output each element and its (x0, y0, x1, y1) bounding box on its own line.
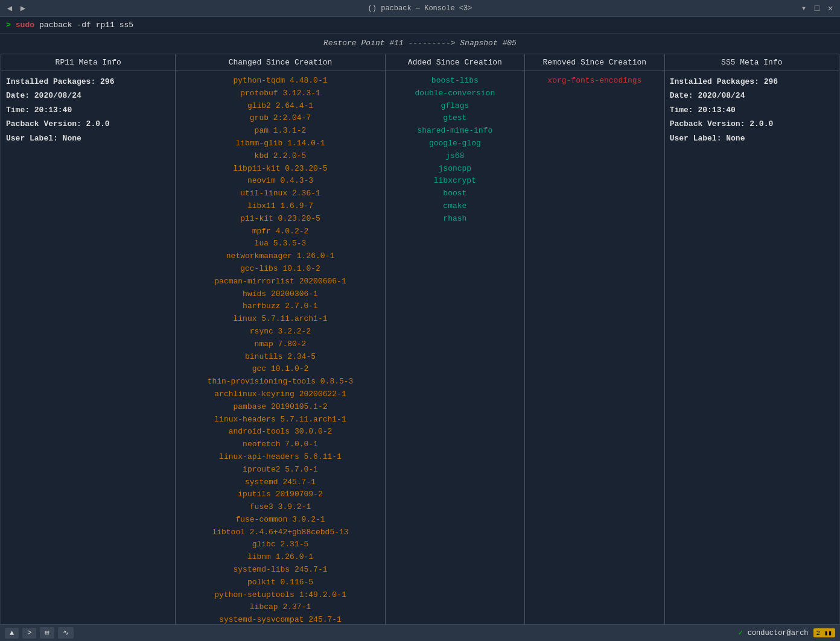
list-item: libxcrypt (390, 175, 520, 188)
list-item: iproute2 5.7.0-1 (180, 464, 380, 476)
list-item: fuse-common 3.9.2-1 (180, 514, 380, 526)
list-item: pambase 20190105.1-2 (180, 401, 380, 414)
taskbar-grid-icon[interactable]: ⊞ (40, 627, 54, 639)
removed-cell: xorg-fonts-encodings (525, 71, 665, 642)
list-item: gcc 10.1.0-2 (180, 363, 380, 376)
list-item: xorg-fonts-encodings (530, 75, 660, 87)
col-header-changed: Changed Since Creation (176, 54, 385, 71)
ss5-time: Time: 20:13:40 (670, 106, 736, 115)
list-item: libcap 2.37-1 (180, 601, 380, 614)
list-item: boost-libs (390, 75, 520, 87)
list-item: libnm 1.26.0-1 (180, 551, 380, 564)
list-item: p11-kit 0.23.20-5 (180, 213, 380, 226)
window-title: () pacback — Konsole <3> (368, 4, 472, 13)
command-line: > sudo pacback -df rp11 ss5 (0, 17, 840, 34)
added-cell: boost-libs double-conversion gflags gtes… (385, 71, 525, 642)
taskbar: ▲ > ⊞ ∿ ✓ conductor@arch 2 ▮▮ (0, 624, 840, 641)
ss5-meta-info: Installed Packages: 296 Date: 2020/08/24… (670, 75, 834, 145)
list-item: gflags (390, 100, 520, 113)
list-item: gtest (390, 112, 520, 125)
close-button[interactable]: ✕ (826, 4, 835, 13)
col-header-rp11: RP11 Meta Info (1, 54, 176, 71)
list-item: linux-api-headers 5.6.11-1 (180, 451, 380, 464)
list-item: google-glog (390, 137, 520, 150)
main-table: RP11 Meta Info Changed Since Creation Ad… (1, 54, 839, 641)
list-item: nmap 7.80-2 (180, 338, 380, 351)
col-header-added: Added Since Creation (385, 54, 525, 71)
ss5-date: Date: 2020/08/24 (670, 91, 745, 100)
status-user: conductor@arch (748, 629, 809, 637)
list-item: pam 1.3.1-2 (180, 125, 380, 137)
list-item: android-tools 30.0.0-2 (180, 426, 380, 438)
titlebar-icon-1[interactable]: ◀ (5, 4, 14, 13)
taskbar-right: ✓ conductor@arch 2 ▮▮ (738, 628, 835, 637)
list-item: neovim 0.4.3-3 (180, 175, 380, 188)
restore-title: Restore Point #11 ---------> Snapshot #0… (0, 34, 840, 54)
taskbar-arrow-up[interactable]: ▲ (5, 628, 19, 639)
taskbar-left: ▲ > ⊞ ∿ (5, 627, 74, 639)
list-item: glibc 2.31-5 (180, 538, 380, 551)
maximize-button[interactable]: □ (812, 4, 822, 13)
list-item: libp11-kit 0.23.20-5 (180, 163, 380, 175)
changed-cell: python-tqdm 4.48.0-1 protobuf 3.12.3-1 g… (176, 71, 385, 642)
list-item: jsoncpp (390, 163, 520, 175)
list-item: util-linux 2.36-1 (180, 188, 380, 200)
list-item: shared-mime-info (390, 125, 520, 137)
list-item: pacman-mirrorlist 20200606-1 (180, 276, 380, 288)
status-check: ✓ (738, 628, 742, 637)
list-item: protobuf 3.12.3-1 (180, 87, 380, 100)
list-item: libx11 1.6.9-7 (180, 200, 380, 213)
list-item: cmake (390, 200, 520, 213)
ss5-packages: Installed Packages: 296 (670, 77, 778, 86)
taskbar-wave-icon[interactable]: ∿ (58, 627, 74, 639)
list-item: double-conversion (390, 87, 520, 100)
list-item: python-tqdm 4.48.0-1 (180, 75, 380, 87)
rp11-meta-cell: Installed Packages: 296 Date: 2020/08/24… (1, 71, 176, 642)
list-item: archlinux-keyring 20200622-1 (180, 388, 380, 401)
list-item: binutils 2.34-5 (180, 351, 380, 364)
list-item: linux-headers 5.7.11.arch1-1 (180, 414, 380, 426)
titlebar-controls: ▾ □ ✕ (799, 4, 835, 13)
list-item: polkit 0.116-5 (180, 576, 380, 589)
list-item: kbd 2.2.0-5 (180, 150, 380, 163)
list-item: python-setuptools 1:49.2.0-1 (180, 589, 380, 602)
ss5-meta-cell: Installed Packages: 296 Date: 2020/08/24… (664, 71, 839, 642)
col-header-removed: Removed Since Creation (525, 54, 665, 71)
prompt-arrow: > (6, 21, 11, 30)
rp11-meta-info: Installed Packages: 296 Date: 2020/08/24… (6, 75, 170, 145)
list-item: systemd 245.7-1 (180, 476, 380, 489)
rp11-version: Pacback Version: 2.0.0 (6, 119, 110, 128)
list-item: thin-provisioning-tools 0.8.5-3 (180, 376, 380, 388)
rp11-label: User Label: None (6, 134, 81, 143)
list-item: harfbuzz 2.7.0-1 (180, 300, 380, 313)
ss5-version: Pacback Version: 2.0.0 (670, 119, 774, 128)
cmd-text: pacback -df rp11 ss5 (39, 21, 133, 30)
minimize-button[interactable]: ▾ (799, 4, 809, 13)
rp11-date: Date: 2020/08/24 (6, 91, 81, 100)
list-item: systemd-libs 245.7-1 (180, 564, 380, 576)
titlebar-icon-2[interactable]: ▶ (18, 4, 28, 13)
list-item: js68 (390, 150, 520, 163)
list-item: glib2 2.64.4-1 (180, 100, 380, 113)
list-item: linux 5.7.11.arch1-1 (180, 313, 380, 326)
list-item: mpfr 4.0.2-2 (180, 226, 380, 238)
list-item: fuse3 3.9.2-1 (180, 501, 380, 514)
titlebar-left: ◀ ▶ (5, 4, 28, 13)
col-header-ss5: SS5 Meta Info (664, 54, 839, 71)
list-item: neofetch 7.0.0-1 (180, 438, 380, 451)
cmd-sudo: sudo (16, 21, 34, 30)
list-item: lua 5.3.5-3 (180, 238, 380, 250)
rp11-packages: Installed Packages: 296 (6, 77, 114, 86)
list-item: gcc-libs 10.1.0-2 (180, 263, 380, 276)
rp11-time: Time: 20:13:40 (6, 106, 72, 115)
taskbar-arrow-right[interactable]: > (22, 628, 36, 639)
titlebar: ◀ ▶ () pacback — Konsole <3> ▾ □ ✕ (0, 0, 840, 17)
tab-number[interactable]: 2 ▮▮ (813, 628, 835, 637)
ss5-label: User Label: None (670, 134, 745, 143)
list-item: rsync 3.2.2-2 (180, 326, 380, 338)
list-item: networkmanager 1.26.0-1 (180, 250, 380, 263)
list-item: hwids 20200306-1 (180, 288, 380, 301)
list-item: libtool 2.4.6+42+gb88cebd5-13 (180, 526, 380, 539)
list-item: libmm-glib 1.14.0-1 (180, 137, 380, 150)
list-item: boost (390, 188, 520, 200)
